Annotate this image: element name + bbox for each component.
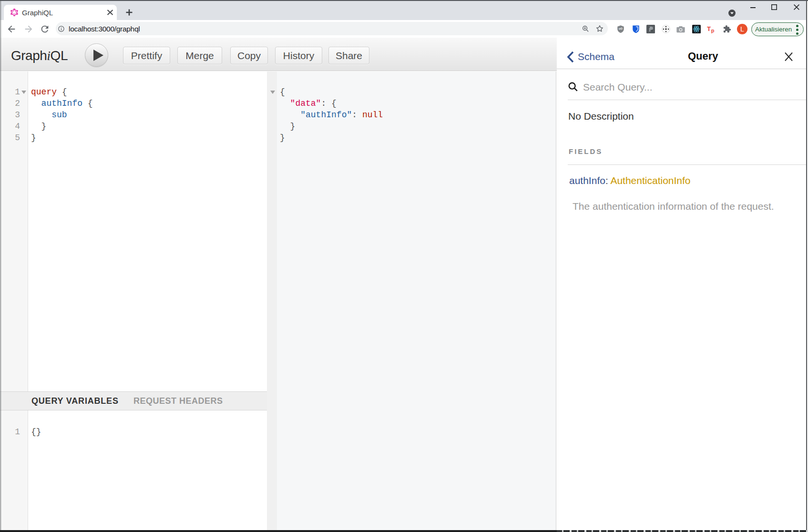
svg-text:uO: uO xyxy=(619,27,623,30)
svg-text:p: p xyxy=(711,28,715,33)
svg-text:T: T xyxy=(707,25,711,32)
